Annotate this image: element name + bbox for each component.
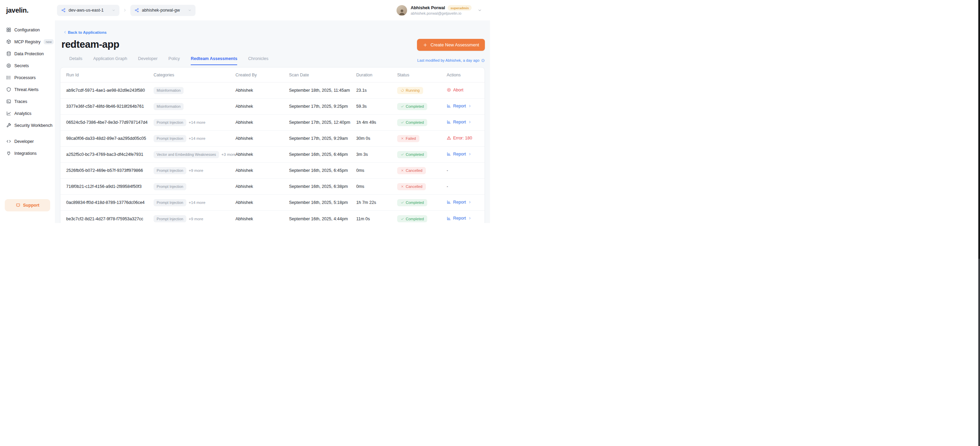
data-protection-icon [6,51,11,56]
environment-selector[interactable]: dev-aws-us-east-1 [57,5,119,16]
tab-developer[interactable]: Developer [138,56,158,65]
tab-details[interactable]: Details [69,56,82,65]
scan-date-cell: September 16th, 2025, 4:44pm [289,216,356,221]
run-id-cell: 716f0b21-c12f-4156-a9d1-2f89584f50f3 [66,184,154,189]
report-link[interactable]: Report [447,104,472,108]
sidebar-item-label: Security Workbench [14,123,52,128]
error-link[interactable]: Error: 180 [447,136,472,140]
create-new-assessment-button[interactable]: Create New Assessment [417,39,485,51]
create-button-label: Create New Assessment [431,42,479,48]
column-header-scan-date: Scan Date [289,73,356,78]
tab-policy[interactable]: Policy [169,56,180,65]
status-cell: Running [397,87,447,94]
back-link-label: Back to Applications [68,30,107,35]
new-badge: new [44,39,54,44]
tab-chronicles[interactable]: Chronicles [248,56,268,65]
categories-cell: Misinformation [154,103,235,110]
completed-status-icon [401,121,404,124]
threat-alerts-icon [6,87,11,92]
role-badge: superadmin [448,5,472,11]
chevron-right-icon [468,216,472,220]
scan-date-cell: September 16th, 2025, 6:38pm [289,184,356,189]
main-content: Back to Applications redteam-app Create … [55,21,490,223]
categories-cell: Prompt Injection+14 more [154,119,235,126]
duration-cell: 59.3s [356,104,397,109]
sidebar-item-processors[interactable]: Processors [3,71,51,84]
status-cell: Completed [397,119,447,126]
more-categories-label: +14 more [189,136,205,140]
column-header-actions: Actions [447,73,479,78]
mcp-registry-icon [6,39,11,44]
category-chip: Prompt Injection [154,135,186,142]
created-by-cell: Abhishek [235,88,289,93]
categories-cell: Prompt Injection+9 more [154,215,235,222]
status-badge: Failed [397,135,419,142]
traces-icon [6,99,11,104]
gateway-selector[interactable]: abhishek-porwal-gw [130,5,196,16]
sidebar-item-developer[interactable]: Developer [3,135,51,147]
report-link[interactable]: Report [447,120,472,124]
status-badge: Cancelled [397,167,426,174]
sidebar: ConfigurationMCP RegistrynewData Protect… [0,21,55,223]
sidebar-item-label: Integrations [14,151,37,156]
plus-icon [423,43,428,48]
sidebar-item-configuration[interactable]: Configuration [3,24,51,36]
completed-status-icon [401,217,404,221]
top-bar: javelin. dev-aws-us-east-1 abhishek-porw… [0,0,490,21]
report-link[interactable]: Report [447,152,472,157]
gateway-node-icon [134,8,139,13]
last-modified-note: Last modified by Abhishek, a day ago [417,58,485,65]
status-cell: Cancelled [397,167,447,174]
table-row: 98ca0f06-da33-48d2-89e7-aa295dd05c05Prom… [60,130,485,147]
developer-icon [6,139,11,144]
duration-cell: 0ms [356,168,397,173]
run-id-cell: a252f5c0-bc73-4769-bac3-df4c24fe7931 [66,152,154,157]
status-label: Cancelled [406,168,422,173]
sidebar-item-label: Configuration [14,28,40,32]
category-chip: Prompt Injection [154,183,186,190]
status-badge: Completed [397,119,427,126]
user-menu[interactable]: Abhishek Porwal superadmin abhishek.porw… [396,5,482,16]
completed-status-icon [401,105,404,108]
duration-cell: 11m 0s [356,216,397,221]
created-by-cell: Abhishek [235,216,289,221]
tab-application-graph[interactable]: Application Graph [93,56,127,65]
user-email: abhishek.porwal@getjavelin.io [410,11,472,15]
tab-redteam-assessments[interactable]: Redteam Assessments [191,56,237,65]
actions-cell: - [447,168,479,173]
report-label: Report [453,120,466,124]
run-id-cell: 2526fb05-b072-469e-b57f-9373ff979866 [66,168,154,173]
back-to-applications-link[interactable]: Back to Applications [63,30,107,35]
sidebar-item-label: Processors [14,75,36,80]
categories-cell: Vector and Embedding Weaknesses+3 more [154,151,235,158]
table-row: 06524c5d-7386-4be7-8e3d-77d9787147d4Prom… [60,114,485,130]
column-header-status: Status [397,73,447,78]
sidebar-item-label: Developer [14,139,34,144]
support-button[interactable]: Support [5,199,50,211]
sidebar-item-analytics[interactable]: Analytics [3,107,51,119]
chevron-down-icon[interactable] [478,8,482,12]
categories-cell: Prompt Injection+14 more [154,135,235,142]
no-action-dash: - [447,168,448,173]
info-icon[interactable] [481,59,485,62]
status-badge: Completed [397,151,427,158]
more-categories-label: +14 more [189,200,205,205]
avatar [396,5,407,16]
brand-logo[interactable]: javelin. [6,6,57,14]
sidebar-item-secrets[interactable]: Secrets [3,60,51,71]
abort-button[interactable]: Abort [447,87,463,92]
duration-cell: 3m 3s [356,152,397,157]
created-by-cell: Abhishek [235,200,289,205]
sidebar-item-threat-alerts[interactable]: Threat Alerts [3,84,51,95]
report-link[interactable]: Report [447,216,472,221]
gateway-label: abhishek-porwal-gw [142,8,180,13]
report-label: Report [453,104,466,108]
sidebar-item-integrations[interactable]: Integrations [3,147,51,159]
status-label: Completed [406,152,424,157]
actions-cell: Report [447,104,479,110]
sidebar-item-security-workbench[interactable]: Security Workbench [3,119,51,131]
sidebar-item-mcp-registry[interactable]: MCP Registrynew [3,36,51,48]
sidebar-item-traces[interactable]: Traces [3,95,51,107]
sidebar-item-data-protection[interactable]: Data Protection [3,48,51,60]
report-link[interactable]: Report [447,200,472,205]
